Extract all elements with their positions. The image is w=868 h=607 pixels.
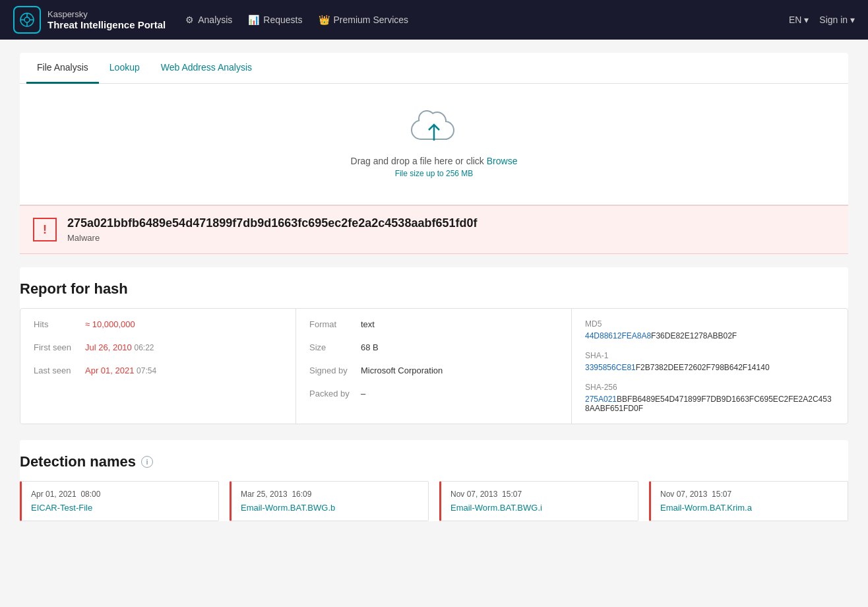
- last-seen-row: Last seen Apr 01, 2021 07:54: [34, 366, 282, 375]
- detection-date-2: Nov 07, 2013 15:07: [450, 490, 629, 499]
- alert-icon: !: [33, 218, 57, 241]
- sha1-label: SHA-1: [585, 351, 834, 360]
- detection-cards: Apr 01, 2021 08:00 EICAR-Test-File Mar 2…: [20, 481, 848, 521]
- format-label: Format: [309, 319, 356, 329]
- info-table: Hits ≈ 10,000,000 First seen Jul 26, 201…: [20, 308, 848, 424]
- sha256-label: SHA-256: [585, 383, 834, 392]
- tab-file-analysis[interactable]: File Analysis: [26, 53, 99, 84]
- upload-text: Drag and drop a file here or click Brows…: [33, 156, 835, 166]
- detection-date-3: Nov 07, 2013 15:07: [660, 490, 838, 499]
- detection-name-3[interactable]: Email-Worm.BAT.Krim.a: [660, 503, 838, 513]
- detection-card-0: Apr 01, 2021 08:00 EICAR-Test-File: [20, 481, 219, 521]
- detection-name-1[interactable]: Email-Worm.BAT.BWG.b: [241, 503, 419, 513]
- hits-row: Hits ≈ 10,000,000: [34, 319, 282, 329]
- first-seen-value: Jul 26, 2010 06:22: [85, 342, 154, 352]
- size-row: Size 68 B: [309, 342, 558, 352]
- tabs-container: File Analysis Lookup Web Address Analysi…: [20, 53, 848, 205]
- size-label: Size: [309, 342, 356, 352]
- logo-text: Kaspersky Threat Intelligence Portal: [47, 9, 166, 30]
- last-seen-value: Apr 01, 2021 07:54: [85, 366, 156, 375]
- sha256-plain: BBFB6489E54D471899F7DB9D1663FC695EC2FE2A…: [585, 395, 832, 413]
- size-value: 68 B: [361, 342, 379, 352]
- logo-area: Kaspersky Threat Intelligence Portal: [13, 6, 166, 34]
- signed-label: Signed by: [309, 366, 356, 375]
- info-col-3: MD5 44D88612FEA8A8F36DE82E1278ABB02F SHA…: [572, 309, 848, 424]
- analysis-icon: ⚙: [185, 15, 194, 25]
- first-seen-date: Jul 26, 2010: [85, 342, 132, 352]
- tab-lookup[interactable]: Lookup: [99, 53, 150, 84]
- signed-value: Microsoft Corporation: [361, 366, 443, 375]
- upload-size-limit: File size up to 256 MB: [33, 169, 835, 178]
- last-seen-date: Apr 01, 2021: [85, 366, 134, 375]
- navbar: Kaspersky Threat Intelligence Portal ⚙ A…: [0, 0, 868, 40]
- sha256-value: 275A021BBFB6489E54D471899F7DB9D1663FC695…: [585, 395, 834, 413]
- detection-name-0[interactable]: EICAR-Test-File: [31, 503, 209, 513]
- sha1-plain: F2B7382DEE72602F798B642F14140: [636, 363, 770, 372]
- md5-value: 44D88612FEA8A8F36DE82E1278ABB02F: [585, 331, 834, 340]
- format-value: text: [361, 319, 375, 329]
- logo-icon: [13, 6, 41, 34]
- packed-label: Packed by: [309, 389, 356, 399]
- analysis-label: Analysis: [198, 15, 232, 25]
- navbar-right: EN ▾ Sign in ▾: [789, 15, 855, 25]
- requests-icon: 📊: [248, 15, 259, 25]
- nav-requests[interactable]: 📊 Requests: [248, 15, 302, 25]
- nav-premium[interactable]: 👑 Premium Services: [319, 15, 409, 25]
- brand-name: Kaspersky: [47, 9, 166, 19]
- detection-card-1: Mar 25, 2013 16:09 Email-Worm.BAT.BWG.b: [230, 481, 429, 521]
- detection-info-icon[interactable]: i: [141, 456, 153, 468]
- tabs: File Analysis Lookup Web Address Analysi…: [20, 53, 848, 84]
- info-col-1: Hits ≈ 10,000,000 First seen Jul 26, 201…: [20, 309, 296, 424]
- alert-content: 275a021bbfb6489e54d471899f7db9d1663fc695…: [67, 216, 477, 243]
- detection-name-2[interactable]: Email-Worm.BAT.BWG.i: [450, 503, 629, 513]
- navbar-left: Kaspersky Threat Intelligence Portal ⚙ A…: [13, 6, 408, 34]
- sha1-blue: 3395856CE81: [585, 363, 636, 372]
- sha1-row: SHA-1 3395856CE81F2B7382DEE72602F798B642…: [585, 351, 834, 372]
- sha1-value: 3395856CE81F2B7382DEE72602F798B642F14140: [585, 363, 834, 372]
- premium-label: Premium Services: [334, 15, 409, 25]
- first-seen-time: 06:22: [134, 343, 154, 352]
- alert-banner: ! 275a021bbfb6489e54d471899f7db9d1663fc6…: [20, 205, 848, 254]
- detection-card-3: Nov 07, 2013 15:07 Email-Worm.BAT.Krim.a: [649, 481, 848, 521]
- signin-button[interactable]: Sign in ▾: [819, 15, 855, 25]
- premium-icon: 👑: [319, 15, 330, 25]
- detection-section: Detection names i Apr 01, 2021 08:00 EIC…: [20, 440, 848, 521]
- md5-row: MD5 44D88612FEA8A8F36DE82E1278ABB02F: [585, 319, 834, 340]
- last-seen-label: Last seen: [34, 366, 80, 375]
- detection-date-0: Apr 01, 2021 08:00: [31, 490, 209, 499]
- signed-row: Signed by Microsoft Corporation: [309, 366, 558, 375]
- sha256-blue: 275A021: [585, 395, 617, 404]
- detection-title: Detection names i: [20, 440, 848, 481]
- packed-row: Packed by –: [309, 389, 558, 399]
- last-seen-time: 07:54: [137, 366, 156, 375]
- nav-links: ⚙ Analysis 📊 Requests 👑 Premium Services: [185, 15, 408, 25]
- report-section: Report for hash Hits ≈ 10,000,000 First …: [20, 267, 848, 424]
- detection-card-2: Nov 07, 2013 15:07 Email-Worm.BAT.BWG.i: [439, 481, 638, 521]
- md5-label: MD5: [585, 319, 834, 329]
- md5-blue: 44D88612FEA8A8: [585, 331, 651, 340]
- format-row: Format text: [309, 319, 558, 329]
- product-name: Threat Intelligence Portal: [47, 19, 166, 30]
- md5-plain: F36DE82E1278ABB02F: [651, 331, 737, 340]
- hits-value: ≈ 10,000,000: [85, 319, 135, 329]
- svg-point-1: [24, 17, 30, 22]
- alert-hash: 275a021bbfb6489e54d471899f7db9d1663fc695…: [67, 216, 477, 230]
- main-content: File Analysis Lookup Web Address Analysi…: [0, 40, 868, 607]
- report-title: Report for hash: [20, 267, 848, 308]
- upload-area[interactable]: Drag and drop a file here or click Brows…: [20, 84, 848, 205]
- requests-label: Requests: [263, 15, 302, 25]
- first-seen-label: First seen: [34, 342, 80, 352]
- hits-label: Hits: [34, 319, 80, 329]
- sha256-row: SHA-256 275A021BBFB6489E54D471899F7DB9D1…: [585, 383, 834, 413]
- browse-link[interactable]: Browse: [487, 156, 518, 166]
- packed-value: –: [361, 389, 365, 399]
- detection-date-1: Mar 25, 2013 16:09: [241, 490, 419, 499]
- alert-label: Malware: [67, 233, 477, 243]
- nav-analysis[interactable]: ⚙ Analysis: [185, 15, 232, 25]
- upload-cloud-icon: [33, 110, 835, 149]
- tab-web-address[interactable]: Web Address Analysis: [150, 53, 263, 84]
- language-button[interactable]: EN ▾: [789, 15, 809, 25]
- first-seen-row: First seen Jul 26, 2010 06:22: [34, 342, 282, 352]
- info-col-2: Format text Size 68 B Signed by Microsof…: [296, 309, 572, 424]
